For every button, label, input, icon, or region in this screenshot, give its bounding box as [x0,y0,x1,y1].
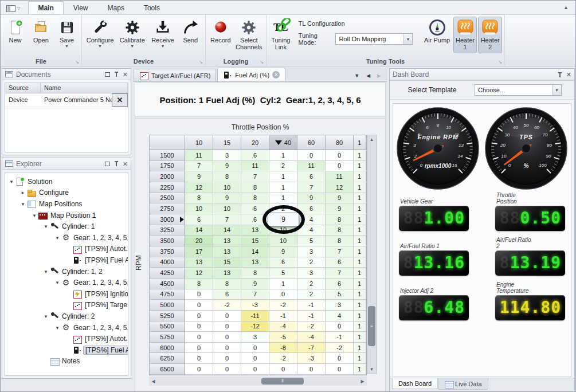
grid-cell[interactable]: 8 [241,193,269,204]
grid-cell[interactable]: -2 [269,353,297,364]
close-document-button[interactable]: ✕ [112,93,128,107]
grid-cell[interactable]: -3 [241,300,269,311]
grid-row-header[interactable]: 2750 [150,203,185,214]
explorer-item[interactable]: [TPS%] Fuel A... [5,344,128,356]
grid-cell[interactable]: -1 [297,300,326,311]
close-icon[interactable]: ✕ [123,72,128,77]
grid-cell[interactable]: 8 [213,171,241,182]
grid-cell[interactable]: 11 [185,150,213,161]
column-header-name[interactable]: Name [41,83,128,93]
explorer-item[interactable]: [TPS%] Fuel A... [5,254,128,266]
grid-cell[interactable]: 0 [185,289,213,300]
grid-cell[interactable]: 8 [326,236,354,246]
expand-arrow-icon[interactable]: ▸ [19,190,27,195]
grid-cell[interactable]: 13 [185,257,213,268]
grid-cell-clipped[interactable]: 1 [354,257,366,268]
ribbon-collapse-icon[interactable]: ▲ [563,5,569,10]
grid-cell[interactable]: 0 [185,311,213,322]
chevron-down-icon[interactable]: ▼ [403,34,412,44]
grid-cell[interactable]: -2 [326,343,354,354]
grid-row-header[interactable]: 3500 [150,236,185,246]
grid-cell-clipped[interactable]: 1 [354,182,366,193]
grid-cell[interactable]: 6 [297,171,326,182]
explorer-item[interactable]: [TPS%] Autot... [5,333,128,344]
grid-cell-clipped[interactable]: 1 [354,364,366,375]
maximize-icon[interactable] [105,162,110,166]
grid-row-header[interactable]: 6000 [150,343,185,354]
grid-cell-clipped[interactable]: 1 [354,214,366,225]
grid-cell[interactable]: 6 [241,203,269,214]
grid-cell[interactable]: 9 [213,193,241,204]
grid-cell[interactable]: 3 [241,332,269,343]
grid-row-header[interactable]: 5500 [150,322,185,332]
horizontal-scroll-thumb[interactable]: ⦀ [261,378,304,385]
vertical-scroll-thumb[interactable]: ≡ [368,306,375,346]
grid-cell[interactable]: 3 [297,268,326,279]
quick-access-toolbar[interactable]: ▽ [6,5,20,12]
grid-column-header[interactable]: 15 [213,135,241,150]
grid-row-header[interactable]: 1500 [150,150,185,161]
grid-cell[interactable]: 15 [241,236,269,246]
grid-cell-clipped[interactable]: 1 [354,311,366,322]
grid-cell[interactable]: 1 [269,279,297,289]
grid-cell[interactable]: 10 [213,182,241,193]
dialog-launcher-icon[interactable]: ↘ [75,60,79,65]
scroll-down-icon[interactable]: ▼ [367,365,376,374]
grid-column-header[interactable]: 20 [241,135,269,150]
grid-cell[interactable]: 12 [185,182,213,193]
grid-cell[interactable]: 4 [297,214,326,225]
open-button[interactable]: Open [29,17,53,44]
grid-cell[interactable]: 2 [297,279,326,289]
column-header-source[interactable]: Source [5,83,41,93]
grid-cell[interactable]: 0 [213,353,241,364]
grid-cell[interactable]: 0 [326,150,354,161]
grid-cell[interactable]: 13 [241,257,269,268]
grid-cell[interactable]: 0 [241,353,269,364]
grid-cell[interactable]: 3 [213,150,241,161]
grid-cell-clipped[interactable]: 1 [354,343,366,354]
grid-row-header[interactable]: 4500 [150,279,185,289]
pin-icon[interactable] [114,160,119,167]
tab-list-dropdown-icon[interactable]: ▼ [354,73,359,79]
grid-cell[interactable]: 8 [213,279,241,289]
grid-cell[interactable]: 6 [326,257,354,268]
grid-cell-clipped[interactable]: 1 [354,171,366,182]
collapse-arrow-icon[interactable]: ▾ [42,269,50,275]
explorer-item[interactable]: ▾Cylinder: 1 [5,221,128,232]
grid-row-header[interactable]: 2250 [150,182,185,193]
collapse-arrow-icon[interactable]: ▾ [30,213,38,218]
grid-cell[interactable]: -11 [241,311,269,322]
grid-cell[interactable]: 0 [326,161,354,172]
new-button[interactable]: New [3,17,28,44]
maximize-icon[interactable] [105,72,110,77]
grid-cell[interactable]: 0 [185,343,213,354]
grid-cell[interactable]: 5 [269,268,297,279]
grid-cell[interactable]: 2 [269,161,297,172]
grid-cell[interactable]: 4 [297,225,326,236]
grid-cell[interactable]: 0 [185,364,213,375]
collapse-arrow-icon[interactable]: ▾ [42,313,50,319]
grid-cell[interactable]: 0 [213,332,241,343]
template-select[interactable]: Choose... ▼ [475,84,562,96]
grid-cell-clipped[interactable]: 1 [354,225,366,236]
grid-cell[interactable]: 6 [269,257,297,268]
dialog-launcher-icon[interactable]: ↘ [498,60,502,65]
grid-cell[interactable]: 0 [185,322,213,332]
close-icon[interactable]: ✕ [123,161,128,167]
grid-cell[interactable]: 1 [269,182,297,193]
grid-cell[interactable]: 0 [241,343,269,354]
collapse-arrow-icon[interactable]: ▾ [7,179,15,185]
grid-cell-clipped[interactable]: 1 [354,353,366,364]
grid-cell[interactable]: 17 [185,246,213,257]
explorer-item[interactable]: [TPS%] Autot... [5,244,128,255]
grid-cell[interactable]: -5 [269,332,297,343]
grid-column-header[interactable]: 40 [269,135,297,150]
explorer-item[interactable]: ▾Solution [5,176,128,187]
grid-row-header[interactable]: 3250 [150,225,185,236]
calibrate-button[interactable]: Calibrate ▼ [117,17,147,49]
grid-cell[interactable]: 7 [326,268,354,279]
document-row[interactable]: Device Power Commander 5 Ne... ✕ [5,93,128,107]
air-pump-button[interactable]: Air Pump [422,17,452,44]
grid-cell[interactable]: -2 [269,300,297,311]
grid-cell[interactable]: 6 [297,203,326,214]
